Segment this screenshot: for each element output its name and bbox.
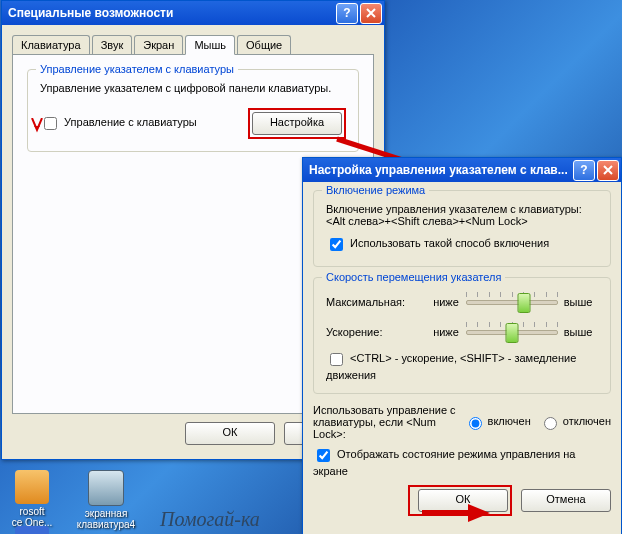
titlebar[interactable]: Настройка управления указателем с клав..… (303, 158, 621, 182)
help-button[interactable]: ? (573, 160, 595, 181)
low-caption: ниже (426, 296, 466, 308)
low-caption: ниже (426, 326, 466, 338)
tab-sound[interactable]: Звук (92, 35, 133, 54)
desktop-icon-label: экранная клавиатура4 (77, 508, 135, 530)
mousekeys-checkbox-label[interactable]: Управление с клавиатуры (40, 114, 197, 133)
settings-button[interactable]: Настройка (252, 112, 342, 135)
use-hotkey-label[interactable]: Использовать такой способ включения (326, 237, 549, 249)
activation-group: Включение режима Включение управления ук… (313, 190, 611, 267)
ok-button[interactable]: ОК (418, 489, 508, 512)
mousekeys-checkbox[interactable] (44, 117, 57, 130)
highlight-settings: Настройка (248, 108, 346, 139)
radio-off-label[interactable]: отключен (539, 414, 611, 430)
numlock-label: Использовать управление с клавиатуры, ес… (313, 404, 464, 440)
desktop-icon-osk[interactable]: экранная клавиатура4 (76, 470, 136, 530)
group-legend: Включение режима (322, 184, 429, 196)
ctrl-shift-checkbox[interactable] (330, 353, 343, 366)
activation-description: Включение управления указателем с клавиа… (326, 203, 598, 227)
tabstrip: Клавиатура Звук Экран Мышь Общие (12, 35, 374, 55)
highlight-ok: ОК (408, 485, 512, 516)
max-speed-label: Максимальная: (326, 296, 426, 308)
close-button[interactable] (597, 160, 619, 181)
tab-display[interactable]: Экран (134, 35, 183, 54)
high-caption: выше (558, 296, 598, 308)
window-title: Настройка управления указателем с клав..… (309, 163, 571, 177)
watermark-text: Помогай-ка (160, 508, 260, 531)
close-button[interactable] (360, 3, 382, 24)
use-hotkey-checkbox[interactable] (330, 238, 343, 251)
desktop-icon-word[interactable]: W (2, 526, 62, 534)
tab-general[interactable]: Общие (237, 35, 291, 54)
tab-keyboard[interactable]: Клавиатура (12, 35, 90, 54)
help-button[interactable]: ? (336, 3, 358, 24)
show-state-checkbox[interactable] (317, 449, 330, 462)
desktop-icon-office[interactable]: rosoft ce One... (2, 470, 62, 528)
show-state-label[interactable]: Отображать состояние режима управления н… (313, 446, 611, 477)
desktop-icon-label: rosoft ce One... (12, 506, 53, 528)
group-legend: Скорость перемещения указателя (322, 271, 505, 283)
mousekeys-settings-window: Настройка управления указателем с клав..… (302, 157, 622, 534)
cancel-button[interactable]: Отмена (521, 489, 611, 512)
tab-mouse[interactable]: Мышь (185, 35, 235, 55)
speed-group: Скорость перемещения указателя Максималь… (313, 277, 611, 394)
acceleration-slider[interactable] (466, 320, 558, 344)
group-legend: Управление указателем с клавиатуры (36, 63, 238, 75)
radio-off[interactable] (544, 417, 557, 430)
mousekeys-group: Управление указателем с клавиатуры Управ… (27, 69, 359, 152)
acceleration-label: Ускорение: (326, 326, 426, 338)
max-speed-slider[interactable] (466, 290, 558, 314)
ctrl-shift-label[interactable]: <CTRL> - ускорение, <SHIFT> - замедление… (326, 350, 598, 381)
window-title: Специальные возможности (8, 6, 334, 20)
titlebar[interactable]: Специальные возможности ? (2, 1, 384, 25)
radio-on-label[interactable]: включен (464, 414, 531, 430)
group-description: Управление указателем с цифровой панели … (40, 82, 346, 94)
radio-on[interactable] (469, 417, 482, 430)
high-caption: выше (558, 326, 598, 338)
ok-button[interactable]: ОК (185, 422, 275, 445)
